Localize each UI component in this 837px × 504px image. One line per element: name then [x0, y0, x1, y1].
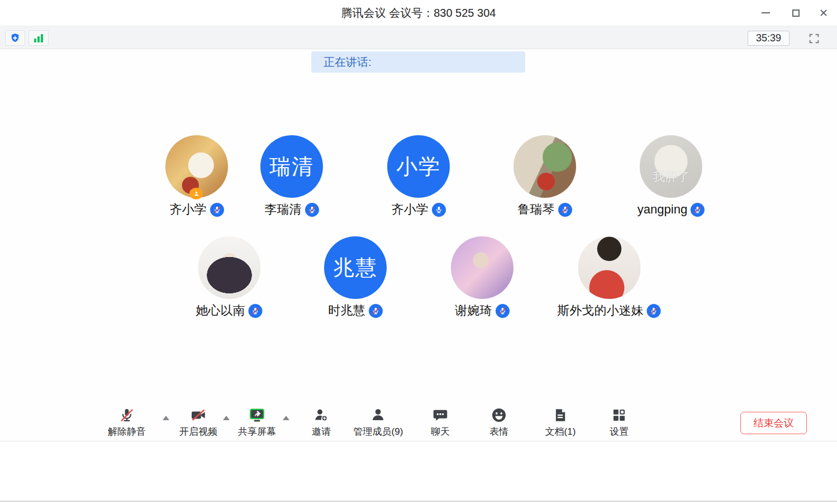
mic-muted-icon	[369, 304, 383, 318]
participant-name: 鲁瑞琴	[518, 201, 555, 218]
camera-off-icon	[189, 406, 207, 424]
maximize-button[interactable]	[787, 4, 805, 21]
share-screen-label: 共享屏幕	[238, 425, 276, 438]
participant-tile[interactable]: 我胖了 yangping	[638, 135, 705, 217]
emoji-button[interactable]: 表情	[489, 406, 508, 438]
meeting-stage: 正在讲话: 齐小学 瑞清 李瑞清	[0, 49, 837, 441]
manage-members-button[interactable]: 管理成员(9)	[354, 406, 403, 438]
close-icon	[819, 8, 828, 17]
host-badge-icon	[189, 188, 203, 199]
participant-name: 齐小学	[170, 201, 207, 218]
mic-options-caret-icon[interactable]	[163, 416, 169, 420]
mic-on-icon	[432, 203, 446, 217]
documents-label: 文档(1)	[545, 425, 576, 438]
emoji-label: 表情	[489, 425, 508, 438]
unmute-label: 解除静音	[108, 425, 146, 438]
meeting-toolbar: 解除静音 开启视频 共享屏幕 邀请 管理成员(9)	[0, 401, 837, 441]
minimize-button[interactable]	[757, 4, 774, 21]
participant-tile[interactable]: 鲁瑞琴	[513, 135, 576, 217]
mic-off-icon	[118, 406, 135, 424]
network-signal-icon	[34, 34, 43, 42]
start-video-button[interactable]: 开启视频	[179, 406, 217, 438]
mic-muted-icon	[305, 203, 319, 217]
avatar-overlay-text: 我胖了	[640, 169, 702, 186]
fullscreen-icon	[808, 32, 820, 45]
invite-label: 邀请	[312, 425, 331, 438]
unmute-button[interactable]: 解除静音	[108, 406, 146, 438]
invite-button[interactable]: 邀请	[312, 406, 331, 438]
avatar-initials: 兆慧	[324, 236, 387, 299]
meeting-security-button[interactable]	[5, 30, 25, 46]
share-screen-icon	[248, 406, 267, 424]
participant-name: 她心以南	[196, 302, 245, 319]
start-video-label: 开启视频	[179, 425, 217, 438]
window-title: 腾讯会议 会议号：830 525 304	[0, 0, 837, 26]
share-screen-button[interactable]: 共享屏幕	[238, 406, 276, 438]
maximize-icon	[792, 9, 800, 17]
participant-name: 齐小学	[392, 201, 429, 218]
mic-muted-icon	[558, 203, 572, 217]
avatar: 兆慧	[324, 236, 387, 299]
person-add-icon	[313, 406, 330, 424]
participant-name: 时兆慧	[329, 302, 365, 319]
speaking-banner: 正在讲话:	[311, 51, 525, 73]
network-status-button[interactable]	[28, 30, 49, 46]
settings-button[interactable]: 设置	[610, 406, 629, 438]
participant-tile[interactable]: 小学 齐小学	[387, 135, 450, 217]
minimize-icon	[762, 12, 770, 13]
participant-name: yangping	[638, 202, 687, 217]
titlebar: 腾讯会议 会议号：830 525 304	[0, 0, 837, 26]
video-options-caret-icon[interactable]	[223, 416, 230, 420]
participant-tile[interactable]: 齐小学	[165, 135, 228, 217]
fullscreen-button[interactable]	[806, 31, 821, 46]
meeting-timer: 35:39	[748, 31, 790, 46]
chat-label: 聊天	[431, 425, 450, 438]
chat-button[interactable]: 聊天	[431, 406, 450, 438]
mic-muted-icon	[210, 203, 224, 217]
avatar	[165, 135, 228, 198]
participant-tile[interactable]: 谢婉琦	[451, 236, 513, 318]
meeting-topbar: 35:39	[0, 26, 837, 49]
settings-icon	[611, 406, 627, 424]
mic-muted-icon	[249, 304, 263, 318]
settings-label: 设置	[610, 425, 629, 438]
emoji-icon	[491, 406, 507, 424]
avatar: 小学	[387, 135, 450, 198]
manage-members-label: 管理成员(9)	[354, 425, 403, 438]
avatar	[513, 135, 576, 198]
close-button[interactable]	[815, 4, 833, 21]
mic-muted-icon	[496, 304, 510, 318]
participant-name: 谢婉琦	[455, 302, 492, 319]
avatar	[578, 236, 640, 299]
chat-icon	[432, 406, 449, 424]
participant-tile[interactable]: 她心以南	[196, 236, 263, 318]
shield-plus-icon	[9, 32, 21, 44]
mic-muted-icon	[647, 304, 661, 318]
participant-tile[interactable]: 瑞清 李瑞清	[260, 135, 323, 217]
avatar	[451, 236, 513, 299]
documents-button[interactable]: 文档(1)	[545, 406, 576, 438]
participant-tile[interactable]: 兆慧 时兆慧	[324, 236, 387, 318]
end-meeting-button[interactable]: 结束会议	[740, 412, 807, 434]
share-options-caret-icon[interactable]	[283, 416, 289, 420]
participant-tile[interactable]: 斯外戈的小迷妹	[558, 236, 661, 318]
speaking-banner-label: 正在讲话:	[324, 55, 372, 70]
avatar: 瑞清	[260, 135, 323, 198]
participant-name: 李瑞清	[265, 201, 302, 218]
participant-name: 斯外戈的小迷妹	[558, 302, 644, 319]
tencent-meeting-window: 腾讯会议 会议号：830 525 304 35:39	[0, 0, 837, 504]
screen-bottom-divider	[0, 501, 837, 502]
mic-muted-icon	[691, 203, 705, 217]
person-icon	[370, 406, 387, 424]
avatar	[198, 236, 260, 299]
avatar-initials: 小学	[387, 135, 450, 198]
avatar-initials: 瑞清	[260, 135, 323, 198]
avatar: 我胖了	[640, 135, 702, 198]
document-icon	[553, 406, 568, 424]
